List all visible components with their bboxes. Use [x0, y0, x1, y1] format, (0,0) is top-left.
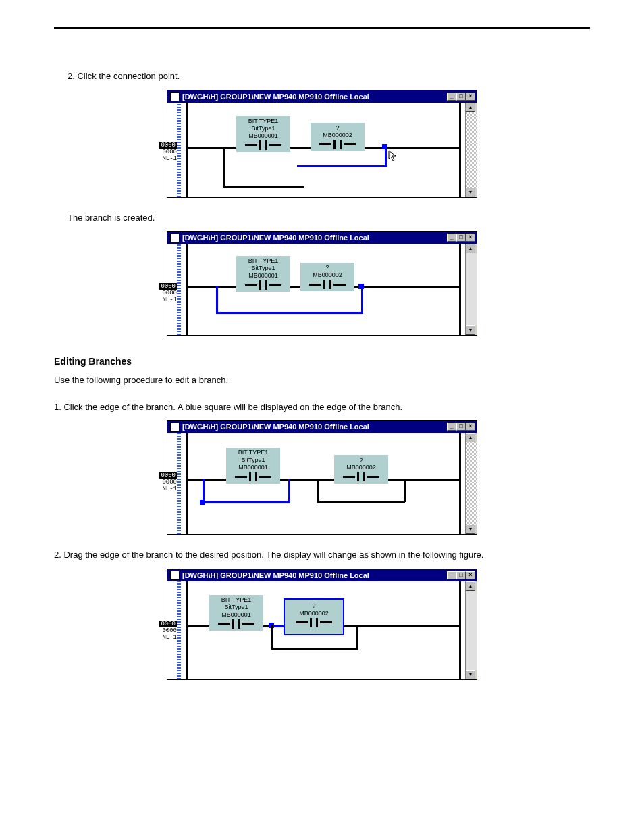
row-nl: NL-1 [162, 155, 177, 162]
minimize-button[interactable]: _ [447, 423, 456, 431]
editing-branches-heading: Editing Branches [54, 356, 590, 367]
app-icon [170, 571, 180, 580]
branch-start-handle[interactable] [200, 500, 205, 505]
scroll-up-button[interactable]: ▴ [466, 244, 475, 253]
gutter: 0000 0000 NL-1 [167, 433, 182, 534]
ladder-canvas[interactable]: BIT TYPE1 BitType1 MB000001 ? MB000002 [182, 244, 465, 335]
contact-mb000002[interactable]: ? MB000002 [334, 455, 388, 484]
window-title: [DWGH\H] GROUP1\NEW MP940 MP910 Offline … [182, 423, 447, 431]
titlebar: [DWGH\H] GROUP1\NEW MP940 MP910 Offline … [167, 569, 477, 581]
contact-mb000002[interactable]: ? MB000002 [300, 263, 354, 291]
selected-contact[interactable]: ? MB000002 [284, 598, 344, 635]
close-button[interactable]: × [466, 93, 475, 101]
contact-mb000002[interactable]: ? MB000002 [311, 123, 365, 151]
branch-end-handle[interactable] [358, 284, 364, 289]
scroll-up-button[interactable]: ▴ [466, 581, 475, 591]
window-title: [DWGH\H] GROUP1\NEW MP940 MP910 Offline … [182, 93, 447, 101]
row-dec: 0000 [162, 627, 177, 634]
contact-mb000001[interactable]: BIT TYPE1 BitType1 MB000001 [226, 448, 280, 484]
app-icon [170, 233, 180, 242]
maximize-button[interactable]: □ [456, 571, 466, 579]
contact-mb000001[interactable]: BIT TYPE1 BitType1 MB000001 [236, 256, 290, 292]
app-icon [170, 422, 180, 432]
scroll-down-button[interactable]: ▾ [466, 188, 475, 197]
scroll-up-button[interactable]: ▴ [466, 433, 475, 442]
close-button[interactable]: × [466, 423, 475, 431]
vertical-scrollbar[interactable]: ▴ ▾ [465, 433, 477, 534]
vertical-scrollbar[interactable]: ▴ ▾ [465, 581, 477, 679]
minimize-button[interactable]: _ [447, 234, 456, 242]
maximize-button[interactable]: □ [456, 234, 466, 242]
scroll-up-button[interactable]: ▴ [466, 103, 475, 112]
ladder-canvas[interactable]: BIT TYPE1 BitType1 MB000001 ? MB000002 [182, 103, 465, 197]
row-hex: 0000 [159, 621, 177, 627]
gutter: 0000 0000 NL-1 [167, 103, 182, 197]
close-button[interactable]: × [466, 234, 475, 242]
titlebar: [DWGH\H] GROUP1\NEW MP940 MP910 Offline … [167, 232, 477, 244]
window-title: [DWGH\H] GROUP1\NEW MP940 MP910 Offline … [182, 571, 447, 579]
row-nl: NL-1 [162, 486, 177, 492]
row-nl: NL-1 [162, 634, 177, 641]
minimize-button[interactable]: _ [447, 93, 456, 101]
cursor-icon [388, 150, 400, 163]
titlebar: [DWGH\H] GROUP1\NEW MP940 MP910 Offline … [167, 90, 477, 103]
vertical-scrollbar[interactable]: ▴ ▾ [465, 103, 477, 197]
step-2b-text: 2. Drag the edge of the branch to the de… [54, 548, 590, 562]
app-icon [170, 92, 180, 101]
top-rule [54, 27, 590, 29]
ladder-canvas[interactable]: BIT TYPE1 BitType1 MB000001 ? MB000002 [182, 433, 465, 534]
ladder-canvas[interactable]: BIT TYPE1 BitType1 MB000001 ? MB000002 [182, 581, 465, 679]
row-hex: 0000 [159, 472, 177, 479]
window-title: [DWGH\H] GROUP1\NEW MP940 MP910 Offline … [182, 234, 447, 242]
maximize-button[interactable]: □ [456, 423, 466, 431]
row-dec: 0000 [162, 149, 177, 155]
scroll-down-button[interactable]: ▾ [466, 670, 475, 679]
editing-branches-intro: Use the following procedure to edit a br… [54, 373, 590, 387]
result-text-1: The branch is created. [68, 211, 590, 225]
branch-end-handle[interactable] [382, 144, 387, 149]
vertical-scrollbar[interactable]: ▴ ▾ [465, 244, 477, 335]
titlebar: [DWGH\H] GROUP1\NEW MP940 MP910 Offline … [167, 421, 477, 433]
row-nl: NL-1 [162, 296, 177, 303]
step-1b-text: 1. Click the edge of the branch. A blue … [54, 400, 590, 414]
ladder-window-4: [DWGH\H] GROUP1\NEW MP940 MP910 Offline … [167, 569, 477, 680]
scroll-down-button[interactable]: ▾ [466, 325, 475, 335]
row-hex: 0000 [159, 283, 177, 290]
contact-mb000001[interactable]: BIT TYPE1 BitType1 MB000001 [209, 595, 263, 631]
step-2-text: 2. Click the connection point. [68, 70, 590, 83]
close-button[interactable]: × [466, 571, 475, 579]
row-dec: 0000 [162, 479, 177, 486]
scroll-down-button[interactable]: ▾ [466, 525, 475, 534]
ladder-window-1: [DWGH\H] GROUP1\NEW MP940 MP910 Offline … [167, 90, 477, 198]
minimize-button[interactable]: _ [447, 571, 456, 579]
ladder-window-2: [DWGH\H] GROUP1\NEW MP940 MP910 Offline … [167, 231, 477, 336]
row-hex: 0000 [159, 142, 177, 149]
maximize-button[interactable]: □ [456, 93, 466, 101]
contact-mb000001[interactable]: BIT TYPE1 BitType1 MB000001 [236, 116, 290, 152]
row-dec: 0000 [162, 290, 177, 296]
gutter: 0000 0000 NL-1 [167, 581, 182, 679]
gutter: 0000 0000 NL-1 [167, 244, 182, 335]
ladder-window-3: [DWGH\H] GROUP1\NEW MP940 MP910 Offline … [167, 420, 477, 535]
